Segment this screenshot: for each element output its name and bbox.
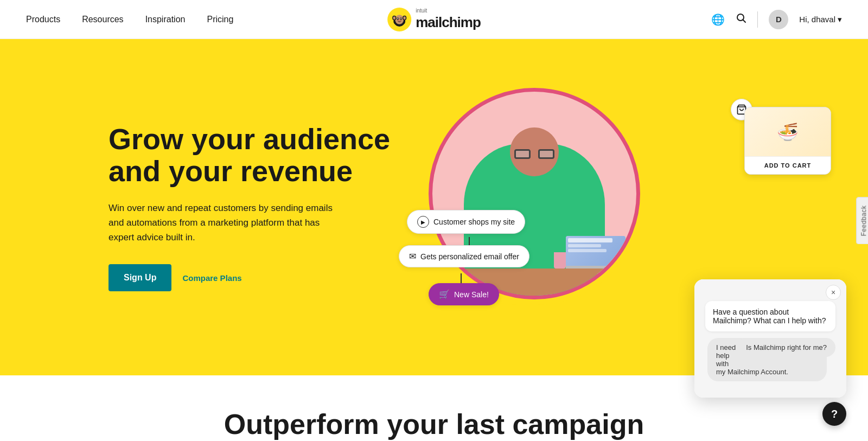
search-icon[interactable] xyxy=(736,12,746,26)
logo-brand-text: intuit mailchimp xyxy=(416,8,481,31)
flow-step-3-label: New Sale! xyxy=(454,290,489,299)
hero-actions: Sign Up Compare Plans xyxy=(108,264,391,291)
product-image: 🍜 xyxy=(745,107,831,156)
svg-point-6 xyxy=(398,18,398,19)
svg-point-7 xyxy=(400,18,401,19)
chat-user-option-1[interactable]: Is Mailchimp right for me? xyxy=(737,338,835,357)
hero-subtitle: Win over new and repeat customers by sen… xyxy=(108,201,336,245)
flow-step-1-card: ▶ Customer shops my site xyxy=(407,210,525,234)
flow-step-3-card: 🛒 New Sale! xyxy=(429,283,499,305)
compare-plans-link[interactable]: Compare Plans xyxy=(182,273,241,283)
logo-wrapper[interactable]: intuit mailchimp xyxy=(387,8,481,31)
below-fold-title: Outperform your last campaign xyxy=(26,408,842,440)
cup xyxy=(554,252,566,269)
glasses-right xyxy=(538,149,554,159)
nav-right: 🌐 D Hi, dhaval ▾ xyxy=(711,10,842,29)
person-head xyxy=(510,127,559,176)
logo-text: intuit mailchimp xyxy=(387,8,481,31)
avatar: D xyxy=(769,10,788,29)
svg-point-13 xyxy=(403,16,405,20)
nav-divider xyxy=(757,11,758,28)
laptop-screen xyxy=(566,236,626,266)
flow-step-2-label: Gets personalized email offer xyxy=(420,252,519,261)
nav-item-products[interactable]: Products xyxy=(26,15,60,24)
nav-item-inspiration[interactable]: Inspiration xyxy=(145,15,186,24)
play-icon: ▶ xyxy=(417,216,429,228)
product-card: 🍜 ADD TO CART xyxy=(744,107,831,175)
chat-body: Have a question about Mailchimp? What ca… xyxy=(694,279,846,398)
svg-point-9 xyxy=(398,20,400,21)
hero-left: Grow your audience and your revenue Win … xyxy=(108,123,391,291)
nav-item-pricing[interactable]: Pricing xyxy=(207,15,233,24)
product-emoji: 🍜 xyxy=(777,122,799,142)
chat-bot-message: Have a question about Mailchimp? What ca… xyxy=(705,301,835,331)
hero-title: Grow your audience and your revenue xyxy=(108,123,391,188)
logo-area: intuit mailchimp xyxy=(387,8,481,31)
svg-point-11 xyxy=(393,16,395,20)
glasses-left xyxy=(514,149,531,159)
navbar: Products Resources Inspiration Pricing xyxy=(0,0,868,39)
add-to-cart-button[interactable]: ADD TO CART xyxy=(745,156,831,174)
chat-widget: × Have a question about Mailchimp? What … xyxy=(694,279,846,398)
screen-content xyxy=(566,236,626,266)
pink-circle xyxy=(429,88,640,299)
signup-button[interactable]: Sign Up xyxy=(108,264,171,291)
chat-help-button[interactable]: ? xyxy=(822,402,846,426)
globe-icon[interactable]: 🌐 xyxy=(711,13,725,26)
svg-line-15 xyxy=(743,20,746,23)
feedback-tab[interactable]: Feedback xyxy=(857,197,868,244)
flow-step-2-card: ✉ Gets personalized email offer xyxy=(399,245,529,267)
nav-left: Products Resources Inspiration Pricing xyxy=(26,15,233,24)
mail-icon: ✉ xyxy=(409,251,416,261)
dropdown-icon: ▾ xyxy=(838,15,842,24)
flow-step-1-label: Customer shops my site xyxy=(433,218,515,226)
nav-item-resources[interactable]: Resources xyxy=(82,15,123,24)
user-greeting[interactable]: Hi, dhaval ▾ xyxy=(799,15,842,24)
logo-chimp-icon xyxy=(387,8,411,31)
cart-sale-icon: 🛒 xyxy=(439,289,450,299)
chat-close-button[interactable]: × xyxy=(826,285,841,300)
